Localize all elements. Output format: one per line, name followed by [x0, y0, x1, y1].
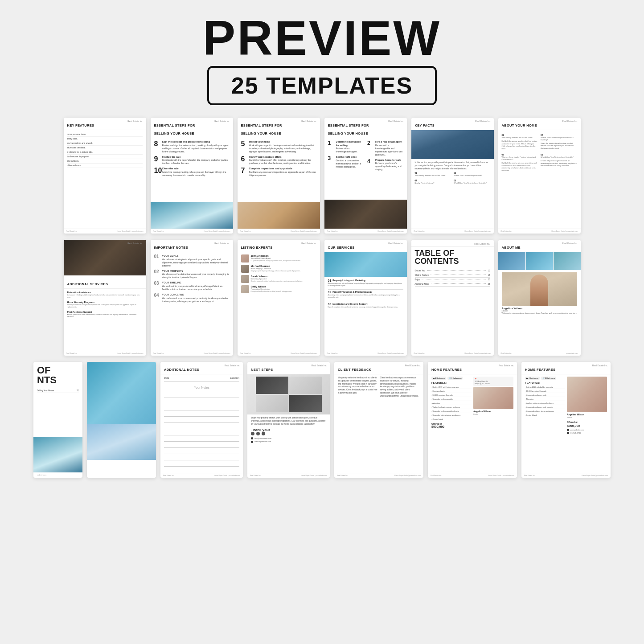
- card-essential-3: ESSENTIAL STEPS FORSELLING YOUR HOUSE Re…: [324, 118, 407, 234]
- step-title: Review and negotiate offers: [249, 156, 316, 159]
- fact-q: 01: [502, 134, 538, 136]
- toc-label: Selling Your House: [37, 390, 54, 392]
- feature-item: Center Island: [525, 413, 565, 417]
- footer-left: Real Estate Inc.: [240, 353, 251, 354]
- card-image: [64, 240, 146, 275]
- list-item: atures are functional.: [67, 146, 143, 150]
- fact-a: What is Your Favorite Neighborhood?: [454, 175, 490, 177]
- card-additional-services: ADDITIONAL SERVICES Real Estate Inc. Rel…: [64, 240, 146, 356]
- service-number: 02: [328, 291, 332, 294]
- agent-name: Angelina Wilson: [567, 413, 607, 416]
- note-number: 03: [154, 281, 160, 291]
- card-logo: Real Estate Inc.: [562, 120, 578, 123]
- fact-item: 05 What Makes Your Neighborhood Desirabl…: [454, 180, 490, 185]
- agent-avatar: [241, 265, 249, 273]
- footer-left: Real Estate Inc.: [327, 353, 338, 354]
- service-title: Property Listing and Marketing: [332, 279, 365, 282]
- step-number: 6: [241, 156, 247, 165]
- card-body: Date Location Your Notes: [160, 374, 243, 473]
- templates-grid: KEY FEATURES Real Estate Inc. move perso…: [9, 118, 635, 478]
- card-title: ESSENTIAL STEPS FORSELLING YOUR HOUSE: [241, 123, 282, 135]
- card-image: [238, 202, 320, 229]
- card-footer: Real Estate Inc. Home Buyer Guide | your…: [151, 229, 233, 234]
- step-number: 8: [154, 140, 160, 153]
- step-title: Close the sale: [162, 167, 230, 171]
- website-icon: [567, 429, 569, 431]
- note-line: [164, 430, 239, 435]
- footer-right: Home Buyer Guide | yourwebsite.com: [204, 230, 230, 232]
- card-title: NEXT STEPS: [251, 368, 273, 372]
- card-footer: Real Estate Inc. Home Buyer Guide | your…: [521, 473, 611, 478]
- card-client-feedback: CLIENT FEEDBACK Real Estate Inc. We grea…: [334, 362, 423, 478]
- service-desc: Maximum exposure with professional prope…: [328, 283, 403, 287]
- service-item: Post-Purchase Support Access guidance on…: [67, 311, 143, 318]
- footer-right: Home Buyer Guide | yourwebsite.com: [378, 230, 404, 232]
- feature-item: Upgraded craftsman style closets: [431, 409, 472, 413]
- step-content: Determine motivation for selling Partner…: [336, 140, 364, 153]
- card-title: KEY FACTS: [415, 123, 435, 127]
- step-img-3: [256, 395, 288, 412]
- note-item: 01 YOUR GOALS We tailor our strategies t…: [154, 254, 230, 267]
- fact-desc: Highlight the nearby schools, amenities,…: [502, 162, 538, 172]
- card-logo: Real Estate Inc.: [127, 120, 143, 123]
- feature-item: Alteration: [431, 401, 472, 405]
- fact-desc: Explain why your neighborhood is an attr…: [541, 160, 577, 167]
- agent-info: Emily Wilson Transaction Coordinator Exc…: [251, 285, 292, 292]
- note-line: [164, 443, 239, 448]
- montage-img-1: [498, 252, 525, 270]
- agent-avatar: [241, 285, 249, 293]
- list-item: to showcase its purpose.: [67, 155, 143, 159]
- card-image: [87, 362, 156, 424]
- facts-grid: 01 What Initially Attracted You to This …: [415, 172, 490, 185]
- step-img-4: [289, 395, 322, 412]
- step-title: Complete inspections and appraisals: [249, 167, 316, 171]
- agent-photo: [473, 387, 513, 409]
- toc-page: 25: [488, 283, 490, 285]
- footer-left: Real Estate Inc.: [431, 475, 442, 476]
- feedback-right: Client feedback encompasses numerous asp…: [380, 377, 420, 471]
- card-footer: Real Estate Inc. Home Buyer Guide | your…: [498, 229, 581, 234]
- toc-dots: [431, 274, 486, 275]
- agent-details: Angelina Wilson Realtor Welcome to a jou…: [502, 307, 577, 315]
- footer-left: Real Estate Inc.: [153, 353, 164, 354]
- card-logo: Real Estate Inc.: [499, 364, 514, 367]
- step-img-2: [289, 377, 322, 394]
- card-footer: make dreams: [33, 472, 82, 478]
- step-title: Hire a real estate agent: [375, 140, 403, 144]
- footer-left: Real Estate Inc.: [153, 230, 164, 232]
- facts-grid: 01 What Initially Attracted You to This …: [502, 134, 577, 173]
- fact-q: 01: [415, 172, 451, 174]
- website-icon: [251, 441, 253, 443]
- footer-left: Real Estate Inc.: [163, 475, 174, 476]
- note-line: [164, 399, 239, 404]
- card-title: KEY FEATURES: [67, 123, 94, 127]
- features-right: Angelina Wilson Realtor Offered at $900,…: [567, 377, 607, 435]
- step-title: Set the right price: [336, 156, 364, 159]
- agent-photo-large: [567, 377, 607, 412]
- card-footer: Real Estate Inc. Home Buyer Guide | your…: [151, 351, 233, 356]
- phone-icon: [567, 432, 569, 434]
- contact-info: yourwebsite.com 012345.6789: [567, 428, 607, 435]
- step-content: Set the right price Conduct a comparativ…: [336, 156, 364, 168]
- card-body: John Anderson Senior Real Estate Agent 5…: [238, 252, 320, 351]
- card-body: 🛏 4 Bedrooms 🚿 3 Bathrooms Features: Bui…: [428, 374, 517, 473]
- card-logo: Real Estate Inc.: [214, 242, 230, 245]
- card-body: 🛏 4 Bedrooms 🚿 3 Bathrooms Features: Bui…: [521, 374, 611, 473]
- step-content: Market your home Work with your agent to…: [249, 140, 316, 153]
- email-icon: [251, 437, 253, 439]
- card-logo: Real Estate Inc.: [214, 120, 230, 123]
- toc-page: 10: [488, 270, 490, 272]
- card-footer: Real Estate Inc. Home Buyer Guide | your…: [238, 351, 320, 356]
- footer-right: Home Buyer Guide | yourwebsite.com: [465, 353, 491, 354]
- card-title: ESSENTIAL STEPS FORSELLING YOUR HOUSE: [154, 123, 195, 135]
- agent-title: Transaction Coordinator: [251, 288, 292, 290]
- step-title: Determine motivation for selling: [336, 140, 364, 147]
- step-content: Hire a real estate agent Partner with a …: [375, 140, 403, 156]
- email-row: info@mywebsite.com: [251, 437, 326, 440]
- note-item: 02 YOUR PROPERTY We showcase the distinc…: [154, 270, 230, 279]
- facts-intro: In this section, we provide you with imp…: [415, 161, 490, 170]
- templates-badge: 25 TEMPLATES: [207, 66, 437, 105]
- card-title: ESSENTIAL STEPS FORSELLING YOUR HOUSE: [328, 123, 369, 135]
- feature-item: Vaulted ceiling in primary bedroom: [525, 401, 565, 405]
- footer-right: yourwebsite.com: [566, 353, 578, 354]
